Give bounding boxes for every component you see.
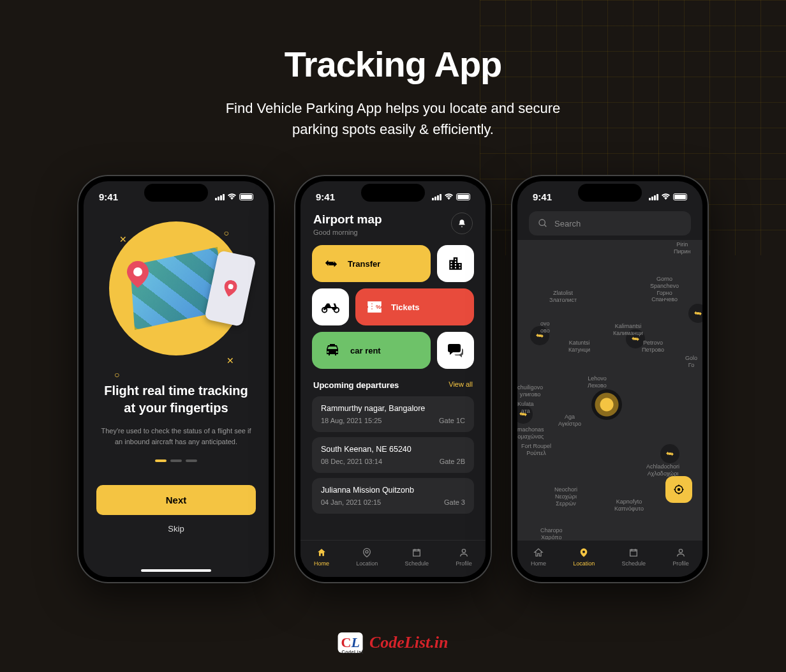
watermark-badge: CL CodeList — [338, 632, 363, 653]
map-canvas[interactable]: Pirin ПиринZlatolist ЗлатолистGorno Span… — [517, 240, 702, 544]
map-place-label: Achladochori Αχλαδοχώρι — [646, 463, 679, 477]
location-icon — [361, 547, 373, 558]
map-place-label: Kapnofyto Καπνόφυτο — [614, 498, 644, 512]
tab-location[interactable]: Location — [573, 547, 595, 567]
signal-icon — [432, 194, 441, 200]
map-place-label: Charopo Χαρόπο — [540, 527, 563, 541]
signal-icon — [649, 194, 658, 200]
tab-schedule[interactable]: Schedule — [622, 547, 646, 567]
next-button[interactable]: Next — [96, 485, 256, 515]
onboarding-subtitle: They're used to check the status of a fl… — [100, 426, 252, 447]
tile-car-rent[interactable]: car rent — [312, 332, 431, 369]
device-notch — [361, 184, 425, 202]
view-all-link[interactable]: View all — [449, 380, 473, 390]
status-icons — [432, 191, 470, 202]
phone-map-view: 9:41 Search — [511, 175, 709, 583]
battery-icon — [673, 193, 687, 200]
battery-icon — [239, 193, 253, 200]
tab-profile[interactable]: Profile — [672, 547, 689, 567]
svg-point-7 — [366, 551, 368, 553]
wifi-icon — [444, 192, 454, 202]
signal-icon — [215, 194, 225, 200]
location-icon — [578, 547, 590, 558]
locate-me-button[interactable] — [665, 476, 692, 503]
tile-label: Transfer — [348, 259, 380, 269]
onboarding-illustration — [109, 221, 243, 355]
notifications-button[interactable] — [451, 213, 473, 234]
map-place-label: Kulata ата — [517, 401, 534, 415]
svg-point-10 — [678, 488, 681, 491]
map-place-label: Neochori Νεοχώρι Σερρών — [554, 486, 577, 507]
phone-mockups-row: 9:41 ✕ ○ ✕ ○ ○ — [0, 175, 786, 583]
watermark-text: CodeList.in — [369, 633, 449, 652]
home-icon — [316, 547, 327, 558]
departure-item[interactable]: South Keenan, NE 65240 08 Dec, 2021 03:1… — [312, 437, 474, 473]
tab-location[interactable]: Location — [356, 547, 378, 567]
svg-point-12 — [582, 551, 585, 553]
wifi-icon — [661, 192, 671, 202]
map-place-label: ovo ово — [540, 320, 550, 334]
status-time: 9:41 — [316, 191, 335, 202]
status-icons — [649, 191, 687, 202]
tile-building[interactable] — [437, 245, 474, 282]
map-place-label: Lehovo Лехово — [588, 375, 607, 389]
tab-schedule[interactable]: Schedule — [405, 547, 429, 567]
map-place-label: chuiligovo улигово — [517, 384, 543, 398]
svg-point-9 — [539, 220, 545, 225]
tile-label: Tickets — [391, 302, 420, 312]
map-place-label: machonas ομαχώνας — [517, 426, 544, 440]
tab-home[interactable]: Home — [531, 547, 546, 567]
phone-onboarding: 9:41 ✕ ○ ✕ ○ ○ — [77, 175, 275, 583]
departure-item[interactable]: Julianna Mission Quitzonb 04 Jan, 2021 0… — [312, 478, 474, 514]
tab-home[interactable]: Home — [314, 547, 329, 567]
status-time: 9:41 — [533, 191, 552, 202]
dot — [170, 459, 182, 462]
car-icon — [323, 344, 341, 357]
profile-icon — [458, 547, 470, 558]
tile-chat[interactable] — [437, 332, 474, 369]
map-marker[interactable] — [660, 444, 679, 463]
page-indicator — [84, 459, 269, 462]
search-placeholder: Search — [554, 219, 581, 228]
user-location-marker — [591, 389, 622, 420]
tile-motorcycle[interactable] — [312, 288, 349, 325]
map-marker[interactable] — [688, 304, 702, 323]
map-place-label: Kalimantsi Калиманци — [613, 323, 643, 337]
home-icon — [533, 547, 544, 558]
status-icons — [215, 191, 253, 202]
map-place-label: Gorno Spanchevo Горно Спанчево — [650, 276, 679, 303]
screen-title: Airport map — [313, 213, 382, 227]
map-place-label: Aga Αγκίστρο — [558, 414, 581, 428]
map-place-label: Katuntsi Катунци — [568, 340, 590, 354]
building-icon — [447, 255, 464, 272]
svg-point-8 — [462, 549, 465, 553]
svg-point-13 — [679, 549, 682, 553]
skip-button[interactable]: Skip — [84, 524, 269, 534]
dot-active — [155, 459, 167, 462]
profile-icon — [675, 547, 686, 558]
tile-tickets[interactable]: % Tickets — [355, 288, 474, 325]
tab-bar: Home Location Schedule Profile — [517, 540, 702, 577]
departure-item[interactable]: Rammurthy nagar, Bangalore 18 Aug, 2021 … — [312, 396, 474, 432]
section-title: Upcoming departures — [313, 380, 399, 390]
svg-text:%: % — [376, 304, 381, 310]
wifi-icon — [227, 192, 237, 202]
screen-airport-map: 9:41 Airport map Good morning — [300, 181, 486, 577]
dot — [186, 459, 197, 462]
transfer-icon — [323, 257, 339, 271]
tile-transfer[interactable]: Transfer — [312, 245, 431, 282]
svg-rect-6 — [330, 344, 335, 345]
map-pin-icon — [127, 261, 149, 288]
search-input[interactable]: Search — [529, 211, 691, 235]
phone-airport-map: 9:41 Airport map Good morning — [294, 175, 492, 583]
search-icon — [538, 218, 548, 228]
map-place-label: Pirin Пирин — [674, 241, 691, 255]
screen-map: 9:41 Search — [517, 181, 702, 577]
schedule-icon — [628, 547, 639, 558]
map-place-label: Petrovo Петрово — [642, 340, 664, 354]
departures-list: Rammurthy nagar, Bangalore 18 Aug, 2021 … — [300, 396, 486, 514]
tab-profile[interactable]: Profile — [456, 547, 472, 567]
chat-icon — [447, 343, 464, 358]
greeting-text: Good morning — [313, 228, 382, 236]
svg-point-1 — [133, 267, 142, 276]
